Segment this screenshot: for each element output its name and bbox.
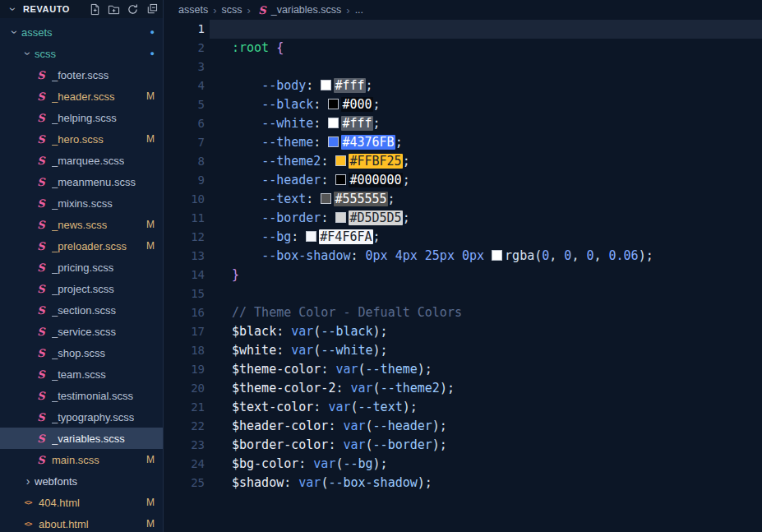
tree-file-404.html[interactable]: <>404.htmlM bbox=[0, 492, 163, 513]
breadcrumb-item[interactable]: S_variables.scss bbox=[256, 4, 341, 16]
tree-file-_marquee.scss[interactable]: S_marquee.scss bbox=[0, 150, 163, 171]
sass-file-icon: S bbox=[35, 261, 48, 274]
git-modified-badge: M bbox=[146, 497, 155, 508]
code-line-8[interactable]: 8 --theme2: #FFBF25; bbox=[164, 152, 762, 171]
code-line-20[interactable]: 20$theme-color-2: var(--theme2); bbox=[164, 379, 762, 398]
tree-folder-scss[interactable]: ›scss● bbox=[0, 43, 163, 64]
color-swatch[interactable] bbox=[328, 99, 339, 109]
line-number: 11 bbox=[164, 209, 210, 228]
code-line-7[interactable]: 7 --theme: #4376FB; bbox=[164, 133, 762, 152]
collapse-folders-button[interactable] bbox=[145, 2, 158, 16]
color-swatch[interactable] bbox=[306, 231, 316, 242]
code-line-24[interactable]: 24$bg-color: var(--bg); bbox=[164, 455, 762, 474]
code-token: 0px bbox=[366, 248, 388, 263]
code-line-3[interactable]: 3 bbox=[164, 58, 762, 76]
line-number: 10 bbox=[164, 190, 210, 209]
code-line-11[interactable]: 11 --border: #D5D5D5; bbox=[164, 209, 762, 228]
line-number: 18 bbox=[164, 341, 210, 360]
tree-file-_project.scss[interactable]: S_project.scss bbox=[0, 278, 163, 299]
code-token bbox=[388, 248, 395, 263]
code-area[interactable]: 12:root {34 --body: #fff;5 --black: #000… bbox=[164, 20, 762, 532]
code-token: : bbox=[298, 456, 313, 471]
color-swatch[interactable] bbox=[335, 212, 346, 223]
tree-file-main.scss[interactable]: Smain.scssM bbox=[0, 449, 163, 470]
tree-file-_pricing.scss[interactable]: S_pricing.scss bbox=[0, 257, 163, 278]
tree-file-_variables.scss[interactable]: S_variables.scss bbox=[0, 428, 163, 449]
code-token: var bbox=[343, 437, 365, 452]
file-label: _news.scss bbox=[52, 219, 107, 231]
color-swatch[interactable] bbox=[492, 250, 502, 261]
code-token: --theme2 bbox=[381, 381, 440, 396]
code-line-2[interactable]: 2:root { bbox=[164, 39, 762, 58]
code-line-13[interactable]: 13 --box-shadow: 0px 4px 25px 0px rgba(0… bbox=[164, 247, 762, 266]
code-line-15[interactable]: 15 bbox=[164, 285, 762, 303]
tree-file-_footer.scss[interactable]: S_footer.scss bbox=[0, 64, 163, 86]
breadcrumb-item[interactable]: scss bbox=[221, 4, 242, 16]
code-line-19[interactable]: 19$theme-color: var(--theme); bbox=[164, 360, 762, 379]
code-line-17[interactable]: 17$black: var(--black); bbox=[164, 322, 762, 341]
code-token: ); bbox=[373, 324, 388, 339]
code-line-5[interactable]: 5 --black: #000; bbox=[164, 95, 762, 114]
tree-file-_section.scss[interactable]: S_section.scss bbox=[0, 299, 163, 321]
color-swatch[interactable] bbox=[321, 80, 331, 90]
color-swatch[interactable] bbox=[321, 193, 331, 204]
code-token bbox=[232, 173, 261, 187]
code-line-1[interactable]: 1 bbox=[164, 20, 762, 39]
refresh-button[interactable] bbox=[126, 2, 139, 16]
line-number: 5 bbox=[164, 95, 210, 114]
tree-file-_mixins.scss[interactable]: S_mixins.scss bbox=[0, 192, 163, 214]
tree-file-_typography.scss[interactable]: S_typography.scss bbox=[0, 406, 163, 428]
tree-file-_news.scss[interactable]: S_news.scssM bbox=[0, 214, 163, 235]
tree-folder-webfonts[interactable]: ›webfonts bbox=[0, 470, 163, 492]
tree-file-_helping.scss[interactable]: S_helping.scss bbox=[0, 107, 163, 128]
tree-file-_header.scss[interactable]: S_header.scssM bbox=[0, 86, 163, 107]
code-line-21[interactable]: 21$text-color: var(--text); bbox=[164, 398, 762, 417]
code-line-content: --body: #fff; bbox=[210, 76, 762, 95]
code-token: ; bbox=[388, 192, 395, 206]
code-line-6[interactable]: 6 --white: #fff; bbox=[164, 114, 762, 133]
tree-file-_service.scss[interactable]: S_service.scss bbox=[0, 321, 163, 342]
code-line-25[interactable]: 25$shadow: var(--box-shadow); bbox=[164, 474, 762, 493]
chevron-down-icon[interactable]: › bbox=[7, 2, 19, 16]
code-token: ); bbox=[418, 475, 432, 490]
sass-file-icon: S bbox=[35, 390, 48, 402]
color-swatch[interactable] bbox=[335, 155, 346, 166]
code-line-4[interactable]: 4 --body: #fff; bbox=[164, 76, 762, 95]
tree-file-_meanmenu.scss[interactable]: S_meanmenu.scss bbox=[0, 171, 163, 192]
line-number: 9 bbox=[164, 171, 210, 190]
tree-file-_team.scss[interactable]: S_team.scss bbox=[0, 363, 163, 385]
code-token: --border bbox=[261, 210, 321, 225]
code-line-18[interactable]: 18$white: var(--white); bbox=[164, 341, 762, 360]
color-swatch[interactable] bbox=[335, 174, 346, 185]
code-line-9[interactable]: 9 --header: #000000; bbox=[164, 171, 762, 190]
line-number: 23 bbox=[164, 436, 210, 455]
tree-file-_shop.scss[interactable]: S_shop.scss bbox=[0, 342, 163, 363]
project-title: REVAUTO bbox=[23, 4, 70, 14]
new-file-icon bbox=[89, 3, 101, 16]
breadcrumb-item[interactable]: ... bbox=[355, 4, 363, 16]
refresh-icon bbox=[127, 3, 139, 16]
code-line-23[interactable]: 23$border-color: var(--border); bbox=[164, 436, 762, 455]
color-swatch[interactable] bbox=[328, 118, 339, 128]
code-line-10[interactable]: 10 --text: #555555; bbox=[164, 190, 762, 209]
code-token: : bbox=[313, 400, 328, 414]
tree-file-_testimonial.scss[interactable]: S_testimonial.scss bbox=[0, 385, 163, 406]
code-token: ); bbox=[373, 456, 388, 471]
code-line-14[interactable]: 14} bbox=[164, 266, 762, 285]
code-line-16[interactable]: 16// Theme Color - Defualt Colors bbox=[164, 303, 762, 322]
code-line-12[interactable]: 12 --bg: #F4F6FA; bbox=[164, 228, 762, 247]
tree-file-_hero.scss[interactable]: S_hero.scssM bbox=[0, 128, 163, 150]
tree-folder-assets[interactable]: ›assets● bbox=[0, 21, 163, 43]
code-line-22[interactable]: 22$header-color: var(--header); bbox=[164, 417, 762, 436]
sass-file-icon: S bbox=[35, 133, 48, 146]
new-file-button[interactable] bbox=[88, 2, 101, 16]
code-line-content: $black: var(--black); bbox=[210, 322, 762, 341]
code-token: ); bbox=[440, 381, 455, 396]
tree-file-about.html[interactable]: <>about.htmlM bbox=[0, 513, 163, 532]
breadcrumb-item[interactable]: assets bbox=[178, 4, 208, 16]
hex-color-value: #D5D5D5 bbox=[349, 210, 402, 225]
line-number: 4 bbox=[164, 76, 210, 95]
new-folder-button[interactable] bbox=[107, 2, 120, 16]
color-swatch[interactable] bbox=[328, 136, 339, 147]
tree-file-_preloader.scss[interactable]: S_preloader.scssM bbox=[0, 235, 163, 257]
